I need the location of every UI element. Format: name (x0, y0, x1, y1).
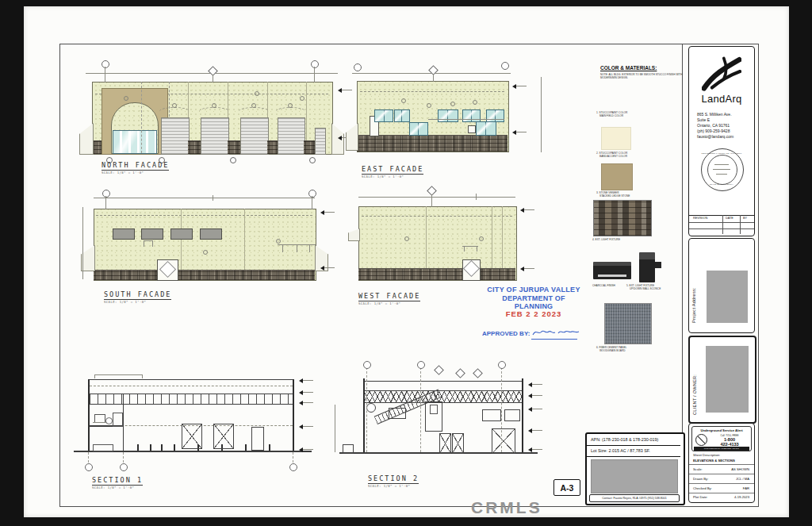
keynote-circle (473, 100, 477, 105)
grid-line-dash (366, 367, 367, 452)
redacted-project-address (707, 271, 748, 323)
sill-bracket-leg (477, 246, 477, 251)
revision-row-line (689, 222, 754, 223)
canopy-leg (282, 244, 283, 252)
field-divider (689, 474, 754, 474)
grid-leader (105, 67, 105, 83)
north-facade-label: NORTH FACADE (102, 161, 169, 171)
revision-header: BY (743, 217, 747, 220)
keynote-circle (124, 96, 128, 101)
sill-bracket-leg (144, 240, 144, 247)
grid-bubble (120, 463, 128, 471)
material-item-sub: MAIN FIELD COLOR (599, 114, 623, 117)
usa-note: TWO WORKING DAYS BEFORE YOU DIG (694, 447, 749, 451)
vertical-dim (541, 77, 542, 152)
wall-ledge (428, 119, 504, 120)
keynote-circle (300, 96, 304, 101)
west-facade-label: WEST FACADE (358, 292, 420, 301)
seal-script-line (716, 174, 727, 175)
rollup-door-x (492, 428, 515, 454)
stone-base (357, 135, 508, 152)
revision-col-line (722, 215, 723, 234)
titleblock-logo-box: LandArq 865 S. Milliken Ave. Suite E Ont… (688, 46, 755, 236)
keynote-circle (172, 103, 177, 108)
fixture-lens (598, 275, 626, 277)
vertical-dim (82, 207, 83, 279)
contact-text: Contact: Fausto Reyes, RLA #4975 (951) 5… (590, 495, 679, 501)
material-item-sub: STACKED LEDGE STONE (599, 194, 630, 198)
field-value: FAR (721, 486, 749, 490)
material-swatch-panel (604, 303, 652, 344)
arch-dash (239, 107, 269, 116)
grid-leader (312, 196, 312, 209)
elevation-marker (320, 209, 335, 215)
elevation-marker (520, 265, 534, 271)
grid-leader (433, 74, 434, 82)
grid-bubble (417, 361, 425, 369)
elevation-marker (299, 399, 313, 405)
dimension-tick (213, 195, 213, 201)
window-pair (374, 109, 393, 122)
wall-joint (426, 206, 427, 268)
planning-stamp: CITY OF JURUPA VALLEY DEPARTMENT OF PLAN… (482, 286, 585, 345)
site-box (343, 444, 354, 454)
field-value: AS SHOWN (721, 467, 749, 471)
stamp-dept: DEPARTMENT OF PLANNING (482, 294, 585, 310)
window-pair (438, 109, 458, 122)
brand-name: LandArq (689, 93, 754, 105)
keynote-circle (212, 103, 216, 108)
parapet-dash (96, 215, 312, 216)
grid-bubble (102, 190, 110, 198)
wall-window (482, 409, 501, 421)
mezzanine-wall (123, 394, 124, 451)
revision-header: DATE (726, 217, 733, 220)
window (141, 228, 163, 240)
rollup-door (278, 117, 305, 155)
north-facade-scale: SCALE: 1/8" = 1'-0" (102, 171, 144, 175)
sill-bracket (462, 246, 478, 247)
keynote-circle (203, 250, 208, 255)
material-item-sub: WOODGRAIN BOARD (599, 349, 626, 352)
elevation-marker (299, 423, 313, 429)
grid-bubble (289, 463, 297, 471)
materials-legend: COLOR & MATERIALS: NOTE: ALL BLDG. EXTER… (596, 65, 684, 367)
bollard (137, 444, 139, 451)
east-facade-label: EAST FACADE (362, 165, 423, 175)
fan-unit (366, 403, 376, 413)
stone-base (228, 140, 240, 154)
keynote-circle (450, 102, 455, 106)
keyplan-bubble (309, 157, 316, 163)
signature-underline (531, 339, 577, 340)
elevation-marker (528, 446, 542, 452)
door-frame (251, 427, 264, 451)
material-swatch-cream (601, 127, 631, 150)
revision-row-line (689, 228, 754, 229)
shelf-unit (113, 413, 123, 427)
field-label: Plot Date: (693, 495, 707, 499)
client-owner-box: CLIENT / OWNER: (688, 336, 756, 424)
wall-joint (306, 82, 307, 144)
window-pair (462, 109, 481, 122)
keynote-circle (288, 103, 293, 108)
rollup-door (161, 117, 190, 155)
elevation-marker (299, 446, 313, 452)
elevation-marker (528, 427, 542, 433)
door-x (439, 433, 451, 454)
materials-title: COLOR & MATERIALS: (600, 65, 657, 71)
door-x (452, 433, 464, 454)
rollup-door (201, 117, 229, 155)
grid-leader (105, 196, 106, 209)
section-1-drawing (88, 379, 294, 451)
crmls-watermark: CRMLS (471, 498, 542, 517)
grid-bubble (354, 63, 362, 71)
stamp-agency: CITY OF JURUPA VALLEY (482, 286, 585, 294)
elevation-marker (512, 129, 527, 135)
chair (105, 417, 113, 424)
east-facade-drawing (357, 81, 508, 151)
seal-top-text: REGISTERED LANDSCAPE ARCHITECT (699, 152, 744, 155)
elevation-marker (528, 381, 542, 387)
elevation-marker (520, 206, 534, 213)
material-item-sub: BAND/ACCENT COLOR (599, 155, 627, 158)
grid-bubble (311, 60, 319, 68)
grid-line-dash (420, 367, 421, 452)
